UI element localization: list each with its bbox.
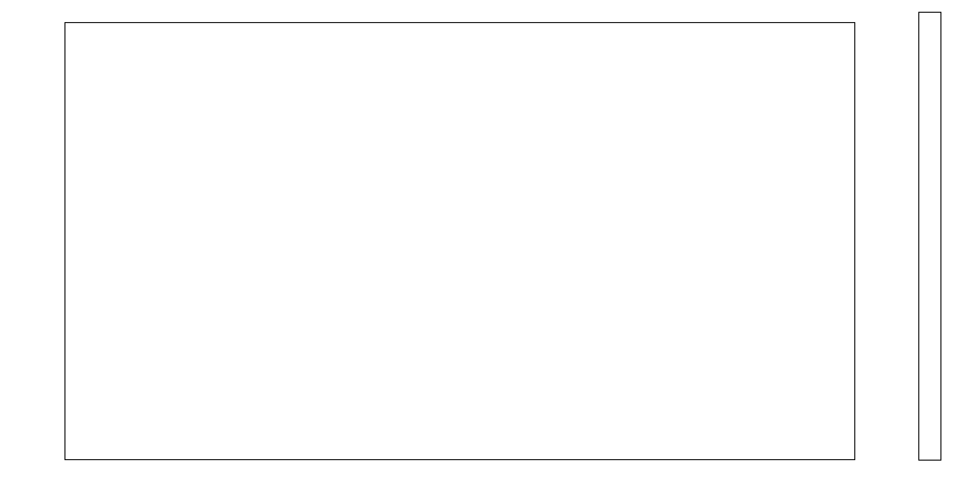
spectrogram-canvas (65, 23, 854, 459)
colorbar-canvas (919, 13, 940, 460)
colorbar (918, 12, 941, 461)
spectrogram-figure (0, 0, 980, 502)
